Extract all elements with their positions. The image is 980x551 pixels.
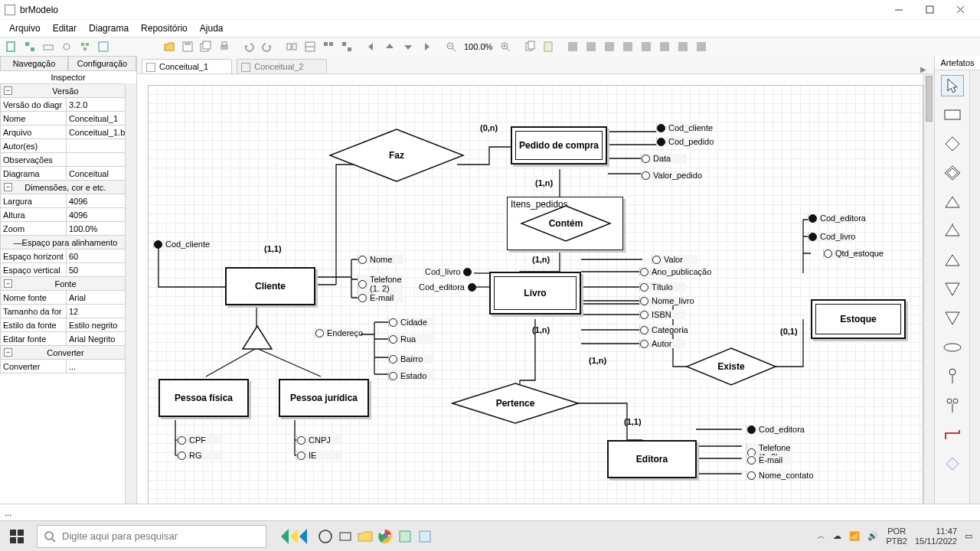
app-taskbar-icon[interactable] [415, 527, 435, 546]
tab-navegacao[interactable]: Navegação [0, 56, 68, 70]
attr-cod-editora2[interactable]: Cod_editora [808, 214, 854, 223]
entity-cliente[interactable]: Cliente [225, 267, 315, 305]
tb-icon[interactable] [338, 38, 355, 55]
tb-icon[interactable] [95, 38, 112, 55]
rel-existe[interactable]: Existe [685, 347, 777, 386]
attr-valor[interactable]: Valor [652, 255, 697, 264]
tool-multikey-icon[interactable] [941, 395, 964, 416]
tool-key-icon[interactable] [941, 366, 964, 387]
tb-new-icon[interactable] [3, 38, 20, 55]
minimize-button[interactable] [884, 1, 914, 19]
maximize-button[interactable] [914, 1, 945, 19]
prop-value[interactable]: 60 [66, 249, 125, 263]
entity-editora[interactable]: Editora [607, 440, 697, 478]
tb-undo-icon[interactable] [240, 38, 257, 55]
attr-cnpj[interactable]: CNPJ [296, 435, 342, 445]
attr-nome-contato[interactable]: Nome_contato [746, 471, 792, 480]
attr-cod-cliente2[interactable]: Cod_cliente [656, 123, 702, 132]
tab-configuracao[interactable]: Configuração [68, 56, 136, 70]
attr-qtd-estoque[interactable]: Qtd_estoque [823, 249, 869, 258]
tab-conceitual-2[interactable]: Conceitual_2 [237, 59, 327, 73]
tool-union2-icon[interactable] [941, 308, 964, 329]
prop-value[interactable]: Conceitual_1 [66, 112, 125, 126]
tool-spec2-icon[interactable] [941, 220, 964, 242]
menu-arquivo[interactable]: Arquivo [3, 21, 47, 35]
close-button[interactable] [945, 1, 975, 19]
prop-value[interactable]: Conceitual [66, 167, 125, 181]
tray-clock[interactable]: 11:47 15/11/2022 [915, 527, 957, 545]
tb-arrow-left-icon[interactable] [363, 38, 380, 55]
attr-cod-editora[interactable]: Cod_editora [419, 282, 476, 292]
explorer-icon[interactable] [355, 527, 375, 546]
attr-cpf[interactable]: CPF [177, 435, 223, 445]
prop-value[interactable] [66, 153, 125, 167]
inspector-scrollbar[interactable] [125, 83, 136, 520]
prop-value[interactable]: 3.2.0 [66, 98, 125, 112]
tb-open-icon[interactable] [161, 38, 178, 55]
attr-bairro[interactable]: Bairro [388, 354, 434, 364]
tray-cloud-icon[interactable]: ☁ [833, 531, 841, 541]
brmodelo-taskbar-icon[interactable] [395, 527, 415, 546]
prop-value[interactable]: Estilo negrito [66, 318, 125, 332]
tb-paste-icon[interactable] [540, 38, 557, 55]
tray-lang2[interactable]: PTB2 [886, 536, 907, 546]
tb-align-icon[interactable] [693, 38, 710, 55]
tb-icon[interactable] [320, 38, 337, 55]
menu-ajuda[interactable]: Ajuda [194, 21, 230, 35]
attr-email[interactable]: E-mail [358, 293, 403, 302]
entity-pessoa-juridica[interactable]: Pessoa jurídica [279, 379, 369, 417]
tb-arrow-right-icon[interactable] [418, 38, 435, 55]
tb-align-icon[interactable] [638, 38, 655, 55]
tb-align-icon[interactable] [656, 38, 673, 55]
attr-titulo[interactable]: Título [639, 282, 685, 292]
entity-estoque[interactable]: Estoque [811, 299, 906, 339]
tb-icon[interactable] [283, 38, 300, 55]
attr-endereco[interactable]: Endereço [315, 328, 361, 337]
prop-value[interactable]: 4096 [66, 208, 125, 222]
tool-attribute-icon[interactable] [941, 337, 964, 358]
menu-repositorio[interactable]: Repositório [135, 21, 194, 35]
prop-value[interactable]: 4096 [66, 194, 125, 208]
tray-wifi-icon[interactable]: 📶 [849, 531, 860, 541]
tool-spec3-icon[interactable] [941, 249, 964, 271]
tool-relationship-icon[interactable] [941, 133, 964, 155]
tray-chevron-icon[interactable]: ︿ [817, 530, 825, 542]
taskbar-search[interactable]: Digite aqui para pesquisar [37, 525, 266, 548]
tool-line-icon[interactable] [941, 424, 964, 445]
tb-align-icon[interactable] [564, 38, 581, 55]
tb-zoom-in-icon[interactable] [497, 38, 514, 55]
entity-pessoa-fisica[interactable]: Pessoa física [158, 379, 249, 417]
tb-align-icon[interactable] [583, 38, 599, 55]
attr-nome-livro[interactable]: Nome_livro [639, 296, 685, 305]
tb-align-icon[interactable] [619, 38, 636, 55]
prop-value[interactable]: 100.0% [66, 222, 125, 236]
tool-union-icon[interactable] [941, 279, 964, 300]
attr-isbn[interactable]: ISBN [639, 310, 685, 319]
attr-rg[interactable]: RG [177, 451, 223, 460]
tb-icon[interactable] [302, 38, 318, 55]
palette-scrollbar[interactable] [969, 70, 980, 520]
attr-nome[interactable]: Nome [358, 255, 403, 264]
prop-value[interactable]: Conceitual_1.br [66, 126, 125, 139]
collapse-icon[interactable]: − [4, 86, 12, 95]
prop-value[interactable]: 12 [66, 305, 125, 318]
tb-arrow-down-icon[interactable] [400, 38, 416, 55]
tabs-scroll-right-icon[interactable]: ▶ [920, 65, 926, 73]
tb-icon[interactable] [40, 38, 57, 55]
rel-contem[interactable]: Contém [520, 204, 612, 243]
prop-value[interactable]: Arial [66, 291, 125, 305]
tool-cursor-icon[interactable] [941, 75, 964, 96]
tb-saveall-icon[interactable] [198, 38, 214, 55]
tb-print-icon[interactable] [216, 38, 233, 55]
tool-entity-icon[interactable] [941, 104, 964, 126]
tb-zoom-out-icon[interactable] [443, 38, 459, 55]
attr-cod-livro[interactable]: Cod_livro [425, 267, 472, 276]
tab-conceitual-1[interactable]: Conceitual_1 [142, 59, 232, 73]
tb-redo-icon[interactable] [259, 38, 276, 55]
tray-volume-icon[interactable]: 🔊 [867, 531, 878, 541]
entity-pedido[interactable]: Pedido de compra [511, 126, 607, 165]
tb-save-icon[interactable] [179, 38, 196, 55]
rel-pertence[interactable]: Pertence [451, 382, 580, 425]
attr-telefone[interactable]: Telefone (1. 2) [358, 275, 403, 293]
attr-cidade[interactable]: Cidade [388, 318, 434, 327]
